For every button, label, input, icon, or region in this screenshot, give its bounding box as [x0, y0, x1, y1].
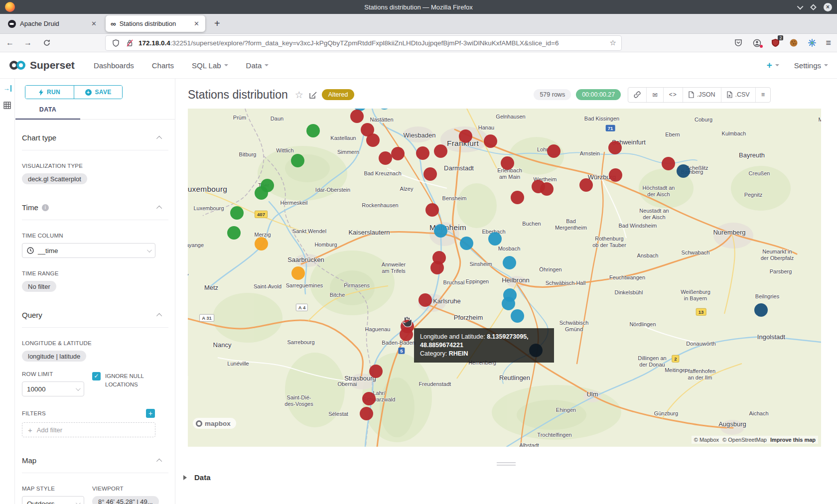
station-point[interactable] [230, 206, 244, 220]
station-point[interactable] [362, 392, 376, 405]
viewport-value[interactable]: 8° 46' 45.28" | 49... [92, 496, 159, 504]
tab-data[interactable]: DATA [15, 106, 80, 120]
bookmark-star-icon[interactable]: ☆ [610, 38, 616, 47]
station-point[interactable] [291, 154, 304, 167]
tab-close-icon[interactable]: ✕ [90, 20, 98, 27]
add-new-button[interactable]: + [767, 60, 779, 71]
embed-code-button[interactable]: <> [663, 88, 683, 102]
attribution-mapbox[interactable]: © Mapbox [694, 437, 719, 443]
station-point[interactable] [430, 261, 444, 274]
run-button[interactable]: RUN [25, 86, 74, 99]
station-point[interactable] [255, 186, 268, 200]
add-filter-plus-button[interactable]: + [146, 409, 155, 418]
pocket-icon[interactable] [733, 38, 743, 48]
maximize-icon[interactable] [810, 4, 817, 10]
station-point[interactable] [366, 133, 380, 147]
station-point[interactable] [503, 256, 516, 269]
time-range-value[interactable]: No filter [22, 281, 56, 292]
station-point[interactable] [609, 168, 622, 182]
nav-charts[interactable]: Charts [152, 61, 174, 70]
station-point[interactable] [425, 203, 439, 217]
account-icon[interactable] [752, 38, 762, 48]
station-point[interactable] [379, 151, 392, 165]
station-point[interactable] [434, 224, 447, 238]
station-point[interactable] [378, 109, 391, 110]
minimize-icon[interactable] [797, 3, 804, 9]
station-point[interactable] [255, 237, 268, 251]
edit-properties-icon[interactable] [309, 91, 317, 99]
reload-icon[interactable] [42, 38, 52, 48]
station-point[interactable] [227, 226, 241, 240]
station-point[interactable] [579, 178, 593, 192]
superset-brand[interactable]: Superset [9, 59, 75, 71]
back-icon[interactable]: ← [6, 38, 14, 47]
station-point[interactable] [360, 407, 373, 420]
station-point[interactable] [434, 144, 447, 158]
data-panel-resize-handle[interactable] [497, 462, 516, 467]
lonlat-value[interactable]: longitude | latitude [22, 351, 86, 362]
nav-sql-lab[interactable]: SQL Lab [192, 61, 228, 70]
settings-menu[interactable]: Settings [794, 61, 828, 70]
station-point[interactable] [350, 110, 364, 123]
station-point[interactable] [291, 266, 305, 280]
station-point[interactable] [418, 293, 432, 307]
save-button[interactable]: + SAVE [74, 86, 122, 99]
station-point[interactable] [754, 303, 768, 317]
section-map[interactable]: Map [22, 456, 168, 473]
export-json-button[interactable]: .JSON [683, 88, 721, 102]
cookie-icon[interactable] [789, 38, 799, 48]
tab-close-icon[interactable]: ✕ [193, 20, 200, 27]
mapbox-logo[interactable]: mapbox [193, 418, 236, 429]
station-point[interactable] [459, 129, 472, 143]
station-point[interactable] [484, 134, 497, 148]
station-point[interactable] [502, 297, 515, 310]
forward-icon[interactable]: → [24, 38, 32, 47]
ublock-shield-icon[interactable]: 2 [770, 38, 780, 48]
dataset-grid-icon[interactable] [3, 102, 11, 109]
insecure-lock-icon[interactable] [125, 38, 135, 48]
station-point[interactable] [400, 328, 413, 341]
nav-data[interactable]: Data [246, 61, 269, 70]
map-style-select[interactable]: Outdoors [22, 496, 84, 504]
tab-apache-druid[interactable]: Apache Druid ✕ [3, 15, 103, 32]
section-time[interactable]: Time i [22, 203, 168, 220]
row-limit-select[interactable]: 10000 [22, 381, 84, 396]
attribution-improve-link[interactable]: Improve this map [770, 437, 816, 443]
attribution-osm[interactable]: © OpenStreetMap [722, 437, 767, 443]
deckgl-map[interactable]: PrümDaunNastättenGelnhausenHanauFrankfur… [188, 109, 821, 447]
new-tab-button[interactable]: + [208, 18, 226, 29]
more-options-button[interactable]: ≡ [755, 88, 770, 102]
station-point[interactable] [488, 232, 502, 246]
station-point[interactable] [416, 146, 429, 160]
station-point[interactable] [501, 156, 514, 170]
ignore-null-checkbox[interactable]: ✓ [92, 372, 101, 380]
time-column-select[interactable]: __time [22, 243, 155, 258]
expand-panel-icon[interactable]: → [3, 85, 11, 92]
menu-icon[interactable]: ≡ [826, 38, 831, 48]
close-icon[interactable]: × [824, 3, 832, 11]
station-point[interactable] [369, 365, 383, 378]
station-point[interactable] [511, 309, 524, 323]
station-point[interactable] [460, 237, 473, 250]
station-point[interactable] [540, 182, 554, 196]
station-point[interactable] [391, 147, 405, 160]
tab-stations-distribution[interactable]: ∞ Stations distribution ✕ [106, 15, 205, 32]
copy-link-button[interactable] [628, 88, 646, 102]
export-csv-button[interactable]: .CSV [721, 88, 755, 102]
station-point[interactable] [547, 144, 560, 158]
station-point[interactable] [306, 124, 320, 137]
station-point[interactable] [677, 164, 690, 178]
email-button[interactable]: ✉ [646, 88, 663, 102]
url-input[interactable]: 172.18.0.4:32251/superset/explore/?form_… [106, 36, 621, 50]
station-point[interactable] [662, 157, 675, 170]
favorite-star-icon[interactable]: ☆ [295, 89, 303, 101]
station-point[interactable] [511, 191, 524, 204]
station-point[interactable] [423, 167, 437, 181]
add-filter-dropzone[interactable]: + Add filter [22, 422, 155, 437]
extension-asterisk-icon[interactable] [807, 38, 817, 48]
section-query[interactable]: Query [22, 311, 168, 328]
data-panel-header[interactable]: Data [179, 473, 211, 482]
shield-icon[interactable] [111, 38, 121, 48]
nav-dashboards[interactable]: Dashboards [94, 61, 134, 70]
section-chart-type[interactable]: Chart type [22, 133, 168, 150]
